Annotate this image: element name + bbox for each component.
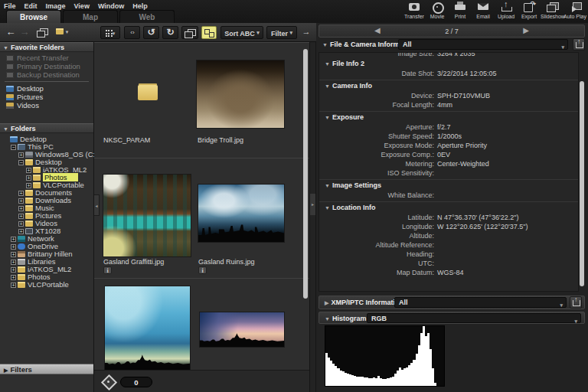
thumbnail-blue-sky[interactable] [105,286,190,371]
favorite-desktop[interactable]: Desktop [0,84,93,93]
thumbnail-name[interactable]: Gasland Ruins.jpg [198,258,255,266]
folder-actions-button[interactable]: ▾ [52,26,72,39]
tree-expander[interactable]: + [18,229,24,234]
info-badge-icon[interactable]: i [198,266,207,274]
tree-expander[interactable]: − [11,145,16,150]
tree-expander[interactable]: + [11,260,16,265]
folders-header[interactable]: ▼Folders [0,123,93,133]
tree-item-vlcportable[interactable]: +VLCPortable [0,281,93,289]
thumbnail-scrollbar[interactable] [303,47,308,384]
tree-expander[interactable]: + [11,237,16,242]
tree-expander[interactable]: + [11,252,16,257]
tree-expander[interactable]: + [11,283,16,288]
metadata-value [434,231,437,240]
action-export-button[interactable]: Export [518,2,541,22]
movie-icon [430,2,444,11]
next-image-button[interactable]: ▶ [523,26,529,34]
metadata-value [434,168,437,178]
folder-icon [25,213,33,219]
favorite-folders-header[interactable]: ▼Favorite Folders [0,42,93,52]
file-camera-filter-dropdown[interactable]: All▾ [398,39,568,50]
forward-button[interactable]: → [18,26,31,39]
scrollbar-thumb[interactable] [303,49,308,299]
action-auto-play-button[interactable]: Auto Play [564,2,586,22]
tab-map[interactable]: Map [63,10,118,23]
tree-expander[interactable]: + [26,168,31,173]
favorite-primary-destination[interactable]: Primary Destination [0,62,93,70]
detach-filmstrip-button[interactable]: → [299,26,313,39]
metadata-value: f/2.7 [434,122,451,132]
thumbnail-gasland-ruins[interactable] [198,185,284,242]
action-print-button[interactable]: Print [449,2,472,22]
tree-expander[interactable]: + [11,267,16,273]
metadata-scrollbar[interactable] [580,55,584,289]
folder-thumbnail[interactable] [138,85,158,100]
thumbnail-name[interactable]: Bridge Troll.jpg [198,136,243,144]
open-in-transfer-button[interactable] [35,26,49,39]
collapse-sidebar-handle[interactable]: ◂ [94,194,100,216]
fit-thumbnails-button[interactable]: ‹ › [124,26,140,39]
top-action-toolbar: TransferMoviePrintEmailUploadExportSlide… [403,2,586,22]
filter-button[interactable]: Filter ▾ [266,26,297,39]
sort-button[interactable]: Sort ABC ▾ [220,26,263,39]
back-button[interactable]: ← [5,26,17,39]
action-upload-button[interactable]: Upload [495,2,518,22]
metadata-section-title[interactable]: ▼Location Info [319,203,578,213]
tree-expander[interactable]: + [26,175,31,181]
thumbnail-sunset-skyline[interactable] [200,312,284,347]
section-title[interactable]: ▼Histogram [325,315,366,322]
metadata-section-title[interactable]: ▼Exposure [319,113,578,122]
tree-expander[interactable]: + [18,221,24,227]
view-mode-button[interactable]: ▾ [100,26,120,39]
tree-expander[interactable]: + [18,191,24,196]
rotate-cw-button[interactable]: ↻ [162,26,178,39]
metadata-section-title[interactable]: ▼Image Settings [319,181,578,191]
label-count-badge[interactable]: 0 [120,377,152,387]
folder-icon [33,182,41,188]
folder-icon [33,175,41,181]
thumbnail-name[interactable]: Gasland Graffitti.jpg [103,258,164,266]
file-camera-info-header: ▼File & Camera Information All▾ [316,38,588,52]
compare-toggle-button[interactable] [201,26,217,39]
scrollbar-thumb[interactable] [580,81,584,286]
metadata-section-title[interactable]: ▼Camera Info [319,81,578,91]
action-transfer-button[interactable]: Transfer [403,2,426,22]
tree-expander[interactable]: + [18,152,24,158]
favorite-backup-destination[interactable]: Backup Destination [0,70,93,79]
share-metadata-button[interactable] [573,38,585,51]
favorite-videos[interactable]: Videos [0,101,93,109]
favorite-pictures[interactable]: Pictures [0,93,93,101]
collapse-thumbnails-handle[interactable]: ▸ [310,194,315,215]
stack-button[interactable] [181,26,198,39]
histogram-channel-dropdown[interactable]: RGB▾ [367,313,581,323]
metadata-row: Metering:Center-Weighted [319,159,578,168]
label-tag-icon[interactable] [102,375,115,388]
tree-expander[interactable]: + [18,214,24,219]
tree-expander[interactable]: + [18,206,24,211]
share-xmp-button[interactable] [570,296,582,309]
action-slideshow-button[interactable]: Slideshow [541,2,564,22]
thumbnail-gasland-graffitti[interactable] [103,175,191,256]
metadata-value: 4mm [434,100,452,109]
thumbnail-bridge-troll[interactable] [197,60,284,128]
tree-expander[interactable]: − [18,160,24,165]
metadata-section-title[interactable]: ▼File Info 2 [319,59,578,69]
tree-expander[interactable]: + [11,244,16,250]
action-movie-button[interactable]: Movie [426,2,449,22]
action-email-button[interactable]: Email [472,2,495,22]
tab-web[interactable]: Web [119,10,175,23]
filters-header[interactable]: ▶Filters [0,364,93,374]
tree-expander[interactable]: + [18,198,24,204]
xmp-filter-dropdown[interactable]: All▾ [394,297,567,308]
metadata-row: Focal Length:4mm [319,100,578,109]
pane-splitter[interactable]: ▸ [309,42,316,392]
chevron-down-icon: ▼ [325,115,330,120]
section-title[interactable]: ▶XMP/IPTC Information [325,299,403,306]
info-badge-icon[interactable]: i [103,266,112,274]
favorite-recent-transfer[interactable]: Recent Transfer [0,54,93,62]
tree-expander[interactable]: + [11,275,16,280]
tab-browse[interactable]: Browse [6,10,61,23]
rotate-ccw-button[interactable]: ↺ [143,26,159,39]
tree-expander[interactable]: + [26,183,31,188]
thumbnail-name[interactable]: NKSC_PARAM [103,136,150,144]
